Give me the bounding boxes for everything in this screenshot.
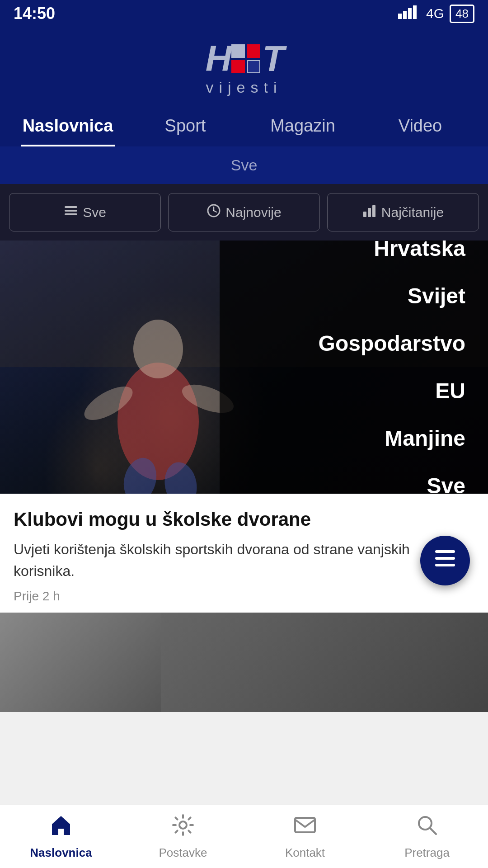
- svg-rect-21: [435, 557, 455, 560]
- svg-rect-22: [435, 564, 455, 566]
- tab-naslovnica[interactable]: Naslovnica: [9, 105, 127, 146]
- filter-najnovije-label: Najnovije: [225, 205, 281, 220]
- filter-sve-label: Sve: [83, 205, 106, 220]
- filter-najnovije-button[interactable]: Najnovije: [168, 193, 320, 231]
- status-bar: 14:50 4G 48: [0, 0, 488, 27]
- hrt-letters: H T: [206, 41, 283, 77]
- svg-rect-5: [65, 210, 77, 212]
- svg-rect-2: [408, 8, 412, 19]
- hero-article[interactable]: Hrvatska Svijet Gospodarstvo EU Manjine …: [0, 241, 488, 494]
- signal-icon: [398, 5, 421, 22]
- article-image-left: [0, 613, 161, 712]
- bottom-nav-pretraga-label: Pretraga: [404, 846, 450, 860]
- status-icons: 4G 48: [398, 5, 474, 23]
- second-article-preview[interactable]: [0, 613, 488, 712]
- search-icon: [415, 813, 439, 842]
- svg-point-23: [179, 821, 187, 829]
- tab-magazin[interactable]: Magazin: [244, 105, 361, 146]
- article-info[interactable]: Klubovi mogu u školske dvorane Uvjeti ko…: [0, 494, 488, 613]
- filter-sve-button[interactable]: Sve: [9, 193, 161, 231]
- logo-vijesti: vijesti: [206, 79, 282, 96]
- article-excerpt: Uvjeti korištenja školskih sportskih dvo…: [14, 538, 474, 582]
- bottom-nav-naslovnica[interactable]: Naslovnica: [0, 805, 122, 868]
- dropdown-item-manjine[interactable]: Manjine: [385, 426, 465, 451]
- hrt-logo: H T vijesti: [206, 41, 283, 96]
- home-icon: [49, 813, 73, 842]
- logo-h: H: [206, 41, 230, 77]
- article-time: Prije 2 h: [14, 589, 474, 604]
- sq-bottomleft: [231, 60, 245, 74]
- tab-video[interactable]: Video: [361, 105, 479, 146]
- dropdown-item-svijet[interactable]: Svijet: [408, 283, 465, 308]
- svg-point-14: [117, 363, 199, 480]
- svg-point-15: [133, 320, 183, 378]
- article-image-right: [161, 613, 488, 712]
- filter-najcitanije-button[interactable]: Najčitanije: [327, 193, 479, 231]
- clock-icon: [206, 203, 221, 221]
- battery-indicator: 48: [450, 5, 474, 23]
- chart-icon: [362, 203, 377, 221]
- dropdown-item-eu[interactable]: EU: [435, 378, 465, 403]
- bottom-nav-kontakt[interactable]: Kontakt: [244, 805, 366, 868]
- nav-tabs: Naslovnica Sport Magazin Video: [0, 105, 488, 146]
- gear-icon: [171, 813, 195, 842]
- svg-rect-4: [65, 206, 77, 208]
- logo-t: T: [262, 41, 282, 77]
- sub-nav[interactable]: Sve: [0, 146, 488, 184]
- sub-nav-label: Sve: [231, 156, 258, 174]
- mail-icon: [293, 813, 317, 842]
- logo-square: [231, 44, 260, 73]
- svg-rect-0: [398, 14, 402, 19]
- svg-line-26: [430, 828, 436, 834]
- dropdown-item-sve[interactable]: Sve: [427, 473, 465, 494]
- fab-menu-button[interactable]: [420, 536, 470, 585]
- fab-menu-icon: [433, 548, 457, 573]
- network-label: 4G: [426, 6, 444, 21]
- svg-rect-12: [372, 205, 375, 217]
- bottom-nav-naslovnica-label: Naslovnica: [30, 846, 92, 860]
- main-content: Hrvatska Svijet Gospodarstvo EU Manjine …: [0, 241, 488, 712]
- svg-rect-24: [295, 818, 315, 832]
- svg-rect-10: [363, 212, 366, 217]
- sq-topleft: [231, 44, 245, 58]
- bottom-nav-postavke[interactable]: Postavke: [122, 805, 244, 868]
- dropdown-item-gospodarstvo[interactable]: Gospodarstvo: [319, 331, 465, 356]
- sq-bottomright: [247, 60, 261, 74]
- svg-rect-3: [413, 5, 417, 19]
- svg-rect-1: [403, 11, 407, 19]
- app-header: H T vijesti: [0, 27, 488, 105]
- bottom-nav-kontakt-label: Kontakt: [285, 846, 325, 860]
- svg-rect-11: [368, 208, 371, 217]
- svg-rect-6: [65, 213, 77, 215]
- status-time: 14:50: [14, 4, 55, 23]
- article-title: Klubovi mogu u školske dvorane: [14, 507, 474, 532]
- tab-sport[interactable]: Sport: [127, 105, 244, 146]
- list-icon: [64, 203, 78, 221]
- dropdown-item-hrvatska[interactable]: Hrvatska: [374, 241, 465, 261]
- filter-najcitanije-label: Najčitanije: [381, 205, 444, 220]
- dropdown-overlay: Hrvatska Svijet Gospodarstvo EU Manjine …: [220, 241, 488, 494]
- bottom-nav-pretraga[interactable]: Pretraga: [366, 805, 488, 868]
- sq-topright: [247, 44, 261, 58]
- bottom-nav-postavke-label: Postavke: [159, 846, 207, 860]
- bottom-nav: Naslovnica Postavke Kontakt Pretraga: [0, 805, 488, 868]
- svg-rect-20: [435, 550, 455, 553]
- filter-row: Sve Najnovije Najčitanije: [0, 184, 488, 241]
- svg-line-9: [214, 211, 216, 212]
